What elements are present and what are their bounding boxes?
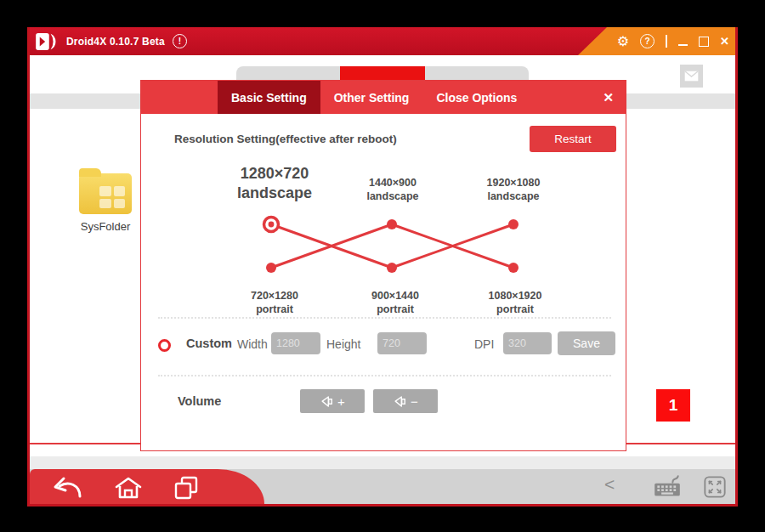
window-border	[27, 27, 30, 507]
resolution-option-900x1440[interactable]: 900×1440 portrait	[371, 289, 419, 317]
envelope-icon	[684, 71, 699, 82]
app-window: SysFolder 1 Droid4X 0.10.7 Beta ! ⚙ ?	[27, 27, 738, 507]
resolution-option-1080x1920[interactable]: 1080×1920 portrait	[489, 289, 542, 317]
dot-1080x1920[interactable]	[508, 263, 518, 273]
dot-1440x900[interactable]	[387, 219, 397, 229]
resolution-option-1920x1080[interactable]: 1920×1080 landscape	[487, 176, 541, 204]
folder-label: SysFolder	[63, 220, 148, 233]
bottom-bar: <	[30, 469, 735, 504]
close-button[interactable]: ✕	[720, 36, 729, 47]
folder-icon	[79, 173, 132, 214]
volume-label: Volume	[178, 394, 221, 408]
droid4x-logo-icon	[35, 32, 59, 51]
keyboard-icon[interactable]	[652, 474, 683, 500]
dialog-tab-bar: Basic Setting Other Setting Close Option…	[141, 81, 626, 114]
fullscreen-icon[interactable]	[703, 475, 727, 499]
save-button[interactable]: Save	[558, 331, 615, 355]
collapse-chevron-icon[interactable]: <	[604, 474, 615, 495]
volume-up-button[interactable]: +	[300, 389, 365, 413]
speaker-icon	[320, 393, 336, 410]
mail-icon[interactable]	[680, 65, 703, 88]
dotted-separator	[158, 375, 611, 376]
plus-glyph: +	[337, 394, 345, 409]
height-label: Height	[326, 337, 360, 351]
tab-basic-setting[interactable]: Basic Setting	[218, 81, 320, 114]
minus-glyph: −	[411, 394, 418, 409]
lower-strip	[30, 456, 735, 469]
settings-dialog: Basic Setting Other Setting Close Option…	[140, 80, 626, 451]
home-icon[interactable]	[112, 475, 144, 501]
titlebar-divider	[666, 35, 667, 48]
dpi-label: DPI	[474, 337, 494, 351]
dpi-input[interactable]	[503, 332, 552, 354]
recent-apps-icon[interactable]	[173, 475, 200, 502]
window-border	[27, 504, 738, 507]
sysfolder-shortcut[interactable]: SysFolder	[63, 168, 148, 233]
custom-label: Custom	[186, 337, 232, 350]
back-icon[interactable]	[48, 475, 86, 501]
height-input[interactable]	[377, 332, 427, 354]
custom-radio[interactable]	[158, 339, 171, 352]
dialog-close-icon[interactable]: ✕	[603, 81, 614, 114]
width-label: Width	[237, 337, 268, 351]
minimize-button[interactable]	[678, 44, 688, 46]
window-title: Droid4X 0.10.7 Beta	[66, 36, 165, 48]
dialog-body: Resolution Setting(effective after reboo…	[141, 114, 626, 450]
resolution-option-720x1280[interactable]: 720×1280 portrait	[251, 289, 298, 317]
speaker-icon	[393, 393, 409, 410]
tab-close-options[interactable]: Close Options	[422, 81, 530, 114]
window-border	[735, 27, 738, 507]
resolution-option-1280x720[interactable]: 1280×720 landscape	[237, 164, 312, 202]
screen: SysFolder 1 Droid4X 0.10.7 Beta ! ⚙ ?	[0, 0, 765, 532]
notification-badge[interactable]: 1	[656, 389, 690, 422]
volume-down-button[interactable]: −	[373, 389, 438, 413]
dot-900x1440[interactable]	[387, 263, 397, 273]
dotted-separator	[158, 317, 611, 319]
maximize-button[interactable]	[699, 37, 709, 47]
home-tab-active-indicator	[340, 66, 425, 81]
dot-1920x1080[interactable]	[508, 219, 518, 229]
folder-grid-decor	[99, 186, 125, 208]
tab-other-setting[interactable]: Other Setting	[320, 81, 423, 114]
resolution-option-1440x900[interactable]: 1440×900 landscape	[366, 176, 418, 204]
dot-1280x720-center	[269, 222, 275, 228]
home-tab-strip	[236, 66, 529, 81]
info-icon[interactable]: !	[173, 34, 187, 48]
help-icon[interactable]: ?	[640, 34, 654, 48]
titlebar: Droid4X 0.10.7 Beta ! ⚙ ? ✕	[27, 27, 738, 55]
resolution-section-title: Resolution Setting(effective after reboo…	[174, 133, 397, 145]
gear-icon[interactable]: ⚙	[617, 35, 629, 48]
restart-button[interactable]: Restart	[530, 126, 616, 152]
width-input[interactable]	[271, 332, 320, 354]
dot-720x1280[interactable]	[266, 263, 276, 273]
